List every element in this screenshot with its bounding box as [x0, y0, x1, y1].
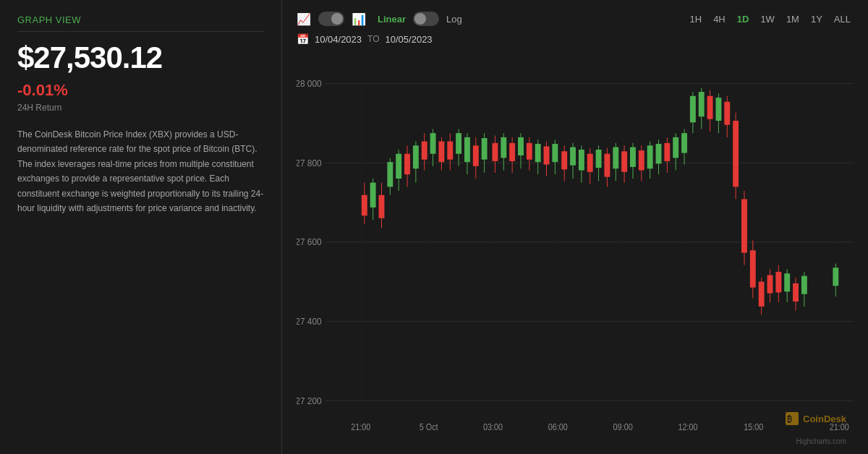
svg-rect-73 [561, 151, 567, 169]
svg-rect-55 [482, 138, 488, 160]
svg-rect-105 [699, 92, 705, 116]
svg-text:15:00: 15:00 [744, 421, 764, 432]
svg-rect-75 [570, 147, 576, 166]
svg-rect-59 [501, 137, 506, 158]
svg-rect-89 [630, 147, 636, 167]
time-btn-1m[interactable]: 1M [783, 12, 802, 26]
time-btn-1h[interactable]: 1H [687, 12, 705, 26]
svg-rect-61 [509, 143, 515, 161]
svg-rect-35 [396, 154, 401, 179]
svg-text:03:00: 03:00 [483, 421, 503, 432]
svg-rect-79 [587, 154, 593, 172]
price-display: $27,530.12 [17, 40, 264, 75]
svg-rect-93 [647, 145, 653, 168]
svg-rect-101 [681, 133, 687, 153]
linear-log-toggle[interactable] [413, 12, 439, 26]
svg-rect-63 [518, 137, 524, 155]
svg-rect-119 [759, 282, 765, 307]
line-chart-icon[interactable]: 📈 [297, 12, 311, 26]
svg-rect-51 [464, 137, 470, 162]
svg-text:09:00: 09:00 [613, 421, 634, 432]
svg-rect-41 [422, 142, 427, 160]
linear-label: Linear [378, 14, 406, 25]
svg-text:06:00: 06:00 [548, 421, 569, 432]
left-panel: Graph View $27,530.12 -0.01% 24H Return … [0, 0, 282, 454]
svg-rect-115 [741, 200, 747, 253]
svg-rect-65 [527, 143, 532, 160]
svg-text:₿: ₿ [787, 414, 792, 424]
svg-rect-49 [456, 133, 461, 154]
svg-text:5 Oct: 5 Oct [420, 421, 439, 432]
svg-rect-109 [715, 98, 721, 121]
svg-text:27 800: 27 800 [297, 157, 322, 168]
svg-rect-127 [793, 283, 799, 301]
highcharts-credit: Highcharts.com [796, 437, 846, 445]
svg-rect-33 [387, 162, 393, 187]
time-btn-1y[interactable]: 1Y [808, 12, 825, 26]
svg-rect-57 [492, 143, 498, 161]
linear-log-toggle-group: Linear Log [378, 12, 462, 26]
svg-rect-125 [784, 273, 790, 291]
log-label: Log [446, 14, 462, 25]
time-btn-1d[interactable]: 1D [734, 12, 752, 26]
svg-rect-31 [379, 195, 385, 218]
svg-rect-123 [775, 272, 781, 293]
date-range: 📅 10/04/2023 TO 10/05/2023 [297, 33, 854, 45]
svg-rect-45 [438, 142, 444, 163]
time-btn-1w[interactable]: 1W [757, 12, 778, 26]
svg-rect-69 [544, 146, 550, 164]
svg-rect-67 [535, 144, 541, 162]
svg-rect-97 [664, 143, 670, 161]
svg-text:28 000: 28 000 [297, 77, 322, 89]
svg-rect-103 [690, 96, 696, 123]
date-from: 10/04/2023 [315, 34, 362, 45]
time-btn-4h[interactable]: 4H [710, 12, 728, 26]
graph-view-label: Graph View [17, 14, 264, 32]
chart-type-toggle[interactable] [318, 12, 344, 26]
chart-type-icons: 📈 📊 [297, 12, 366, 26]
date-to: 10/05/2023 [386, 34, 433, 45]
coindesk-watermark: ₿ CoinDesk [786, 412, 846, 425]
svg-rect-99 [673, 137, 678, 158]
svg-text:27 600: 27 600 [297, 236, 322, 248]
svg-rect-53 [473, 145, 479, 166]
calendar-icon: 📅 [297, 33, 309, 45]
svg-rect-113 [733, 121, 739, 187]
return-value: -0.01% [17, 81, 264, 100]
svg-text:27 200: 27 200 [297, 395, 322, 406]
time-btn-all[interactable]: ALL [831, 12, 854, 26]
coindesk-text: CoinDesk [803, 414, 846, 424]
date-to-label: TO [367, 34, 379, 44]
chart-controls: 📈 📊 Linear Log 1H 4H [297, 12, 854, 26]
svg-text:27 400: 27 400 [297, 315, 322, 327]
svg-rect-121 [767, 275, 773, 294]
svg-rect-85 [613, 147, 618, 169]
time-buttons-group: 1H 4H 1D 1W 1M 1Y ALL [687, 12, 854, 26]
coindesk-logo-icon: ₿ [786, 412, 799, 425]
svg-text:12:00: 12:00 [678, 421, 698, 432]
svg-rect-43 [430, 133, 436, 154]
svg-rect-111 [724, 102, 730, 125]
candlestick-chart: 28 000 27 800 27 600 27 400 27 200 21:00… [297, 51, 854, 447]
svg-rect-29 [370, 183, 376, 207]
return-label: 24H Return [17, 103, 264, 113]
svg-rect-83 [604, 154, 610, 177]
svg-rect-117 [750, 250, 756, 287]
controls-left: 📈 📊 Linear Log [297, 12, 462, 26]
svg-text:21:00: 21:00 [351, 421, 371, 432]
svg-rect-95 [656, 144, 662, 163]
svg-rect-81 [596, 150, 602, 168]
svg-rect-77 [579, 150, 584, 171]
svg-rect-71 [552, 144, 558, 162]
svg-rect-39 [413, 145, 419, 168]
svg-rect-91 [639, 150, 644, 170]
svg-rect-47 [447, 142, 453, 160]
svg-rect-131 [833, 267, 838, 286]
svg-rect-27 [362, 195, 367, 216]
description-text: The CoinDesk Bitcoin Price Index (XBX) p… [17, 127, 264, 215]
svg-rect-129 [801, 276, 807, 294]
bar-chart-icon[interactable]: 📊 [352, 12, 366, 26]
svg-rect-37 [404, 154, 410, 175]
svg-rect-107 [707, 96, 713, 119]
chart-area: 28 000 27 800 27 600 27 400 27 200 21:00… [297, 51, 854, 447]
